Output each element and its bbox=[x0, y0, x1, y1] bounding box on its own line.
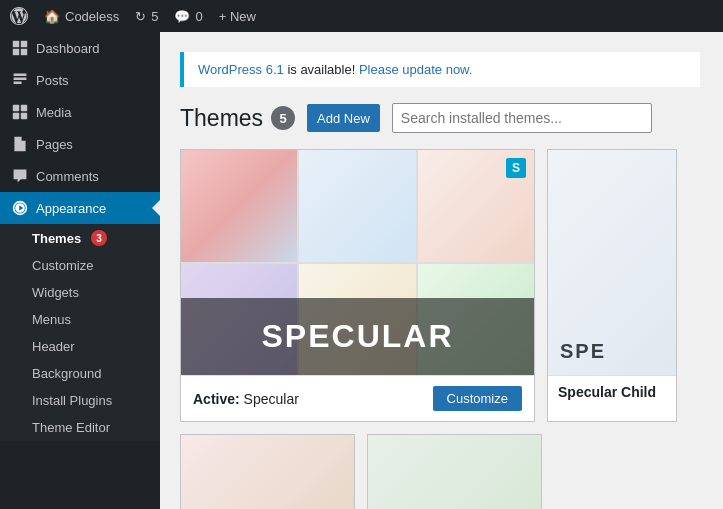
specular-child-footer: Specular Child bbox=[548, 375, 676, 408]
new-label: + New bbox=[219, 9, 256, 24]
submenu-item-header[interactable]: Header bbox=[0, 333, 160, 360]
site-name: Codeless bbox=[65, 9, 119, 24]
svg-rect-0 bbox=[13, 41, 19, 47]
sidebar: Dashboard Posts Media Pages Comments App… bbox=[0, 0, 160, 509]
posts-label: Posts bbox=[36, 73, 69, 88]
svg-rect-3 bbox=[21, 49, 27, 55]
dashboard-label: Dashboard bbox=[36, 41, 100, 56]
sidebar-item-pages[interactable]: Pages bbox=[0, 128, 160, 160]
themes-badge: 3 bbox=[91, 230, 107, 246]
sidebar-item-media[interactable]: Media bbox=[0, 96, 160, 128]
spe-screenshot: SPE bbox=[548, 150, 676, 375]
themes-grid: SPECULAR S Active: Specular Customize SP… bbox=[180, 149, 703, 422]
submenu-item-widgets[interactable]: Widgets bbox=[0, 279, 160, 306]
svg-rect-7 bbox=[21, 113, 27, 119]
mosaic-cell-1 bbox=[181, 150, 297, 262]
submenu-item-background[interactable]: Background bbox=[0, 360, 160, 387]
house-icon: 🏠 bbox=[44, 9, 60, 24]
notice-middle-text: is available! bbox=[287, 62, 359, 77]
appearance-submenu: Themes 3 Customize Widgets Menus Header … bbox=[0, 224, 160, 441]
comments-item[interactable]: 💬 0 bbox=[174, 9, 202, 24]
sidebar-item-dashboard[interactable]: Dashboard bbox=[0, 32, 160, 64]
sidebar-item-posts[interactable]: Posts bbox=[0, 64, 160, 96]
update-link[interactable]: Please update now. bbox=[359, 62, 472, 77]
comments-count: 0 bbox=[195, 9, 202, 24]
main-content: WordPress 6.1 is available! Please updat… bbox=[160, 0, 723, 509]
site-name-item[interactable]: 🏠 Codeless bbox=[44, 9, 119, 24]
update-notice: WordPress 6.1 is available! Please updat… bbox=[180, 52, 700, 87]
theme-card-extra-1[interactable] bbox=[180, 434, 355, 509]
active-prefix: Active: bbox=[193, 391, 240, 407]
more-themes-row bbox=[180, 434, 703, 509]
updates-item[interactable]: ↻ 5 bbox=[135, 9, 158, 24]
customize-button[interactable]: Customize bbox=[433, 386, 522, 411]
add-new-button[interactable]: Add New bbox=[307, 104, 380, 132]
search-input[interactable] bbox=[392, 103, 652, 133]
submenu-item-theme-editor[interactable]: Theme Editor bbox=[0, 414, 160, 441]
specular-text: SPECULAR bbox=[261, 318, 453, 355]
specular-screenshot: SPECULAR S bbox=[181, 150, 534, 375]
submenu-item-themes[interactable]: Themes 3 bbox=[0, 224, 160, 252]
customize-label: Customize bbox=[32, 258, 93, 273]
new-content-item[interactable]: + New bbox=[219, 9, 256, 24]
svg-rect-6 bbox=[13, 113, 19, 119]
widgets-label: Widgets bbox=[32, 285, 79, 300]
appearance-label: Appearance bbox=[36, 201, 106, 216]
submenu-item-customize[interactable]: Customize bbox=[0, 252, 160, 279]
svg-rect-4 bbox=[13, 105, 19, 111]
spe-mosaic: SPE bbox=[548, 150, 676, 375]
pages-label: Pages bbox=[36, 137, 73, 152]
sidebar-item-comments[interactable]: Comments bbox=[0, 160, 160, 192]
updates-count: 5 bbox=[151, 9, 158, 24]
spe-text: SPE bbox=[560, 340, 606, 363]
comments-nav-label: Comments bbox=[36, 169, 99, 184]
updates-icon: ↻ bbox=[135, 9, 146, 24]
menus-label: Menus bbox=[32, 312, 71, 327]
install-plugins-label: Install Plugins bbox=[32, 393, 112, 408]
svg-rect-5 bbox=[21, 105, 27, 111]
active-theme-title: Specular bbox=[244, 391, 299, 407]
child-theme-name: Specular Child bbox=[558, 384, 666, 400]
background-label: Background bbox=[32, 366, 101, 381]
themes-submenu-label: Themes bbox=[32, 231, 81, 246]
specular-theme-footer: Active: Specular Customize bbox=[181, 375, 534, 421]
sidebar-item-appearance[interactable]: Appearance bbox=[0, 192, 160, 224]
svg-rect-1 bbox=[21, 41, 27, 47]
child-theme-title: Specular Child bbox=[558, 384, 656, 400]
wp-logo-item[interactable] bbox=[10, 7, 28, 25]
specular-s-badge: S bbox=[506, 158, 526, 178]
admin-bar: 🏠 Codeless ↻ 5 💬 0 + New bbox=[0, 0, 723, 32]
media-label: Media bbox=[36, 105, 71, 120]
wp-version-link[interactable]: WordPress 6.1 bbox=[198, 62, 284, 77]
theme-card-extra-2[interactable] bbox=[367, 434, 542, 509]
svg-rect-2 bbox=[13, 49, 19, 55]
themes-heading: Themes bbox=[180, 105, 263, 132]
comments-icon: 💬 bbox=[174, 9, 190, 24]
active-theme-name: Active: Specular bbox=[193, 391, 299, 407]
submenu-item-menus[interactable]: Menus bbox=[0, 306, 160, 333]
themes-title: Themes 5 bbox=[180, 105, 295, 132]
submenu-item-install-plugins[interactable]: Install Plugins bbox=[0, 387, 160, 414]
theme-editor-label: Theme Editor bbox=[32, 420, 110, 435]
themes-header: Themes 5 Add New bbox=[180, 103, 703, 133]
theme-card-specular[interactable]: SPECULAR S Active: Specular Customize bbox=[180, 149, 535, 422]
theme-card-specular-child[interactable]: SPE Specular Child bbox=[547, 149, 677, 422]
specular-overlay: SPECULAR bbox=[181, 298, 534, 375]
mosaic-cell-2 bbox=[299, 150, 415, 262]
header-label: Header bbox=[32, 339, 75, 354]
themes-count-badge: 5 bbox=[271, 106, 295, 130]
